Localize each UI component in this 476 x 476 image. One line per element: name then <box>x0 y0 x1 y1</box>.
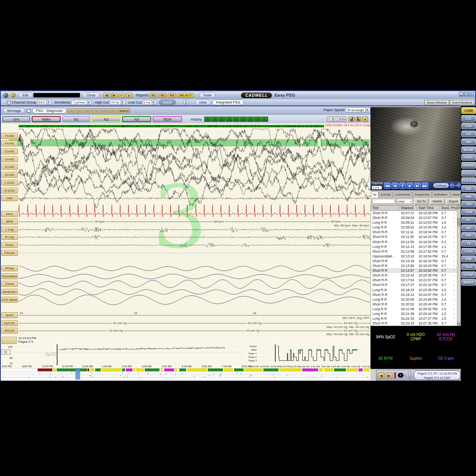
history-epoch-box[interactable]: 3 <box>233 117 240 122</box>
montage-m3-button[interactable]: M3 <box>84 108 92 113</box>
prev-page-icon[interactable]: ◀ <box>104 93 110 98</box>
trend-panel[interactable]: 10:19:53 PM Page# 271 <box>1 336 372 368</box>
event-row[interactable]: Short R-R02:12:0010:16:53 PM0.1- <box>371 240 461 244</box>
event-button-com[interactable]: COM <box>461 107 476 114</box>
event-button-snore[interactable]: SNORE <box>461 162 476 169</box>
event-row[interactable]: Short R-R02:12:5910:17:52 PM0.7- <box>371 249 461 254</box>
montage-m2-button[interactable]: M2 <box>76 108 83 113</box>
stage-button-rem[interactable]: REM <box>153 116 182 122</box>
event-button-lr[interactable]: LR <box>461 131 476 137</box>
channel-label-bpm[interactable]: BPM <box>1 219 18 225</box>
tab-activation[interactable]: Activation <box>432 192 450 197</box>
channel-label-abdomen[interactable]: Abdomen <box>1 289 18 295</box>
tab-events[interactable]: Events <box>379 192 392 197</box>
rewind-icon[interactable]: ◀◀ <box>384 182 391 189</box>
column-header[interactable]: Durati... <box>440 205 449 210</box>
page-forward-icon[interactable]: ▶ <box>386 372 392 378</box>
scroll-down-icon[interactable]: ▼ <box>457 322 461 326</box>
zz-icon[interactable]: Zz <box>340 117 346 122</box>
edit-field[interactable] <box>33 93 80 98</box>
event-button-flex-r[interactable]: FLEX R <box>461 177 476 184</box>
channel-label-spo2[interactable]: SpO2 <box>1 312 18 318</box>
channel-label-etco2[interactable]: EtCO2 <box>1 328 18 334</box>
montage-m5-button[interactable]: M5 <box>101 108 109 113</box>
mountain2-icon[interactable]: ▲ <box>362 117 368 122</box>
event-button-tir[interactable]: TIR <box>461 201 476 207</box>
event-row[interactable]: Short R-R02:17:0410:21:57 PM0.7- <box>371 278 461 282</box>
page-unit-select[interactable]: page▾ <box>397 199 413 204</box>
goto-button[interactable]: Go To <box>415 199 428 204</box>
export-button[interactable]: Export <box>446 199 461 204</box>
tab-all[interactable]: All <box>371 192 378 198</box>
trend-canvas[interactable] <box>1 336 372 368</box>
event-button-blnk[interactable]: BLNK <box>461 146 476 153</box>
event-table-header[interactable]: TextElapsedStart TimeDurati...Priority <box>371 205 461 211</box>
column-header[interactable]: Text <box>371 205 399 210</box>
event-button-cgh[interactable]: CGH <box>461 248 476 255</box>
event-row[interactable]: Short R-R02:11:1110:16:04 PM0.7- <box>371 230 461 234</box>
event-row[interactable]: Long R-R02:21:0910:26:02 PM1.0- <box>371 307 461 311</box>
history-epoch-box[interactable]: 3 <box>211 117 218 122</box>
channel-group-checkbox[interactable]: ✓ <box>7 101 11 104</box>
pause-icon[interactable]: Ⅱ <box>399 182 406 189</box>
event-button-hb[interactable]: HB <box>461 193 476 200</box>
montage-name-field[interactable]: PSG - Diagnostic <box>32 108 67 113</box>
edit-button[interactable]: Edit <box>18 92 33 98</box>
channel-label-l-leg[interactable]: L Leg <box>1 226 18 232</box>
event-row[interactable]: Long R-R02:12:1310:17:05 PM1.1- <box>371 244 461 249</box>
event-row[interactable]: Long R-R02:09:1110:14:03 PM1.0- <box>371 220 461 225</box>
event-button-e-c[interactable]: E/C <box>461 115 476 122</box>
event-row[interactable]: Short R-R02:11:3010:16:23 PM0.7- <box>371 234 461 239</box>
channel-group-select[interactable]: EEG▼ <box>37 100 51 105</box>
montage-button[interactable]: Montage <box>3 108 25 113</box>
event-row[interactable]: Short R-R02:07:1710:12:09 PM0.7- <box>371 211 461 215</box>
event-row[interactable]: Short R-R02:20:5210:25:44 PM0.7- <box>371 302 461 307</box>
help-icon[interactable] <box>3 93 8 98</box>
playrate-select[interactable]: 1.0 ▾ <box>372 186 382 190</box>
fastforward-icon[interactable]: ▶▶ <box>422 182 428 189</box>
tab-comments[interactable]: Comments <box>393 192 412 197</box>
channel-label-l-eog[interactable]: L EOG <box>1 180 18 186</box>
report-r3-button[interactable]: R3 <box>168 93 176 98</box>
history-epoch-box[interactable]: 3 <box>261 117 268 122</box>
moon-icon[interactable]: ☾ <box>327 117 333 122</box>
ez-logo-icon[interactable]: Z <box>11 93 16 98</box>
event-row[interactable]: Long R-R02:21:4910:26:42 PM1.0- <box>371 311 461 316</box>
event-button-pr[interactable]: PR <box>461 232 476 239</box>
report-r2-button[interactable]: R2 <box>159 93 167 98</box>
event-button-pc[interactable]: PC <box>461 217 476 223</box>
stage-button-wake[interactable]: Wake <box>32 116 61 122</box>
event-button-up[interactable]: UP <box>461 225 476 231</box>
view-button[interactable]: View <box>195 100 211 105</box>
walk-icon[interactable]: ▟ <box>349 117 355 122</box>
report-r1-button[interactable]: R1 <box>150 93 157 98</box>
scroll-up-icon[interactable]: ▲ <box>457 205 461 209</box>
montage-m4-button[interactable]: M4 <box>92 108 100 113</box>
event-button-wake[interactable]: WAKE <box>461 279 476 286</box>
history-epoch-box[interactable]: 3 <box>247 117 254 122</box>
waveform-chart[interactable]: 3 F3-M2F4-M1C3-M2C4-M1O1-M2O2-M1L EOGR E… <box>1 127 372 336</box>
next-icon[interactable]: ▶Ⅰ <box>414 182 421 189</box>
add-event-icon[interactable]: + <box>119 93 125 98</box>
patient-video[interactable] <box>370 107 461 181</box>
low-cut-select[interactable]: 1 Hz▼ <box>143 100 156 105</box>
montage-checkbox[interactable] <box>27 109 31 113</box>
channel-label-pflow[interactable]: PFlow <box>1 265 18 271</box>
event-row[interactable]: Short R-R02:15:4210:20:35 PM0.7- <box>371 273 461 278</box>
event-row[interactable]: Long R-R02:18:4310:23:35 PM1.0- <box>371 288 461 292</box>
event-row[interactable]: Short R-R02:22:4310:27:35 PM0.7- <box>371 321 461 326</box>
event-button-ud[interactable]: UD <box>461 138 476 145</box>
channel-label-chin[interactable]: Chin <box>1 195 18 201</box>
settings-button[interactable]: Settings <box>433 183 449 188</box>
history-epoch-box[interactable]: 3 <box>219 117 225 122</box>
channel-label-co2-wave[interactable]: CO2 Wave <box>1 297 18 303</box>
tab-snapshots[interactable]: Snapshots <box>413 192 432 197</box>
event-button-flex-l[interactable]: FLEX L <box>461 170 476 177</box>
view-mode-field[interactable]: Integrated PSG <box>212 100 244 105</box>
event-table-scrollbar[interactable]: ▲ ▼ <box>457 205 461 326</box>
event-row[interactable]: Short R-R02:09:0410:13:57 PM0.7- <box>371 215 461 220</box>
history-epoch-box[interactable]: 3 <box>226 117 232 122</box>
high-cut-select[interactable]: 70 Hz▼ <box>110 100 125 105</box>
stage-button-n1[interactable]: N1 <box>62 116 90 122</box>
channel-label-c3-m2[interactable]: C3-M2 <box>1 148 18 154</box>
